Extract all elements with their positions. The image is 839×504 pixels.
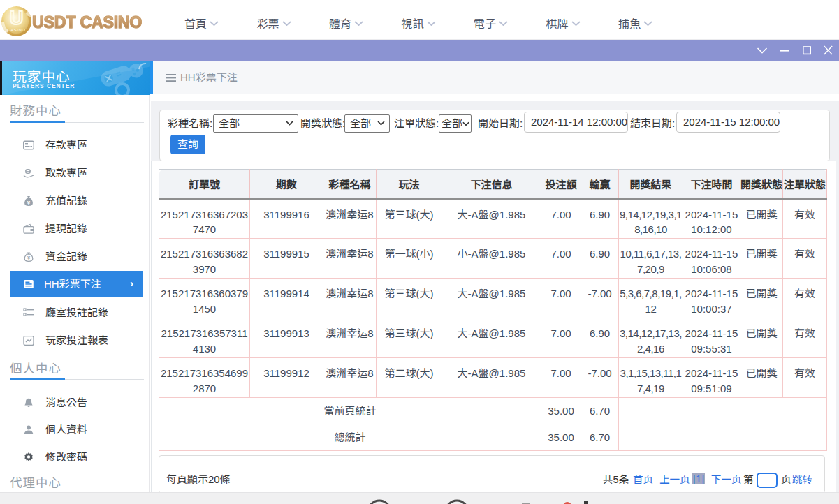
svg-text:¥: ¥ <box>27 200 31 206</box>
svg-text:¥: ¥ <box>27 255 31 261</box>
